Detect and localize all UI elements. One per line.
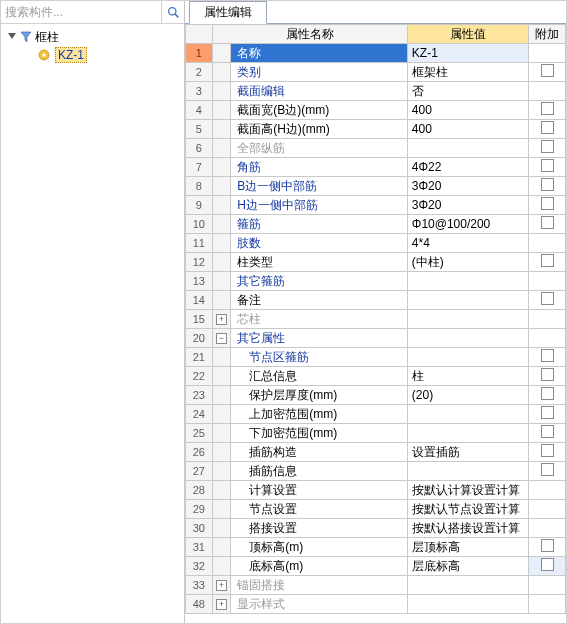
extra-cell[interactable]: [529, 405, 566, 424]
row-number[interactable]: 10: [186, 215, 213, 234]
row-number[interactable]: 31: [186, 538, 213, 557]
extra-cell[interactable]: [529, 158, 566, 177]
extra-cell[interactable]: [529, 348, 566, 367]
property-name[interactable]: 柱类型: [231, 253, 408, 272]
collapse-icon[interactable]: [7, 32, 17, 42]
extra-cell[interactable]: [529, 557, 566, 576]
extra-cell[interactable]: [529, 253, 566, 272]
property-name[interactable]: 底标高(m): [231, 557, 408, 576]
expand-toggle[interactable]: +: [212, 595, 230, 614]
property-grid[interactable]: 属性名称 属性值 附加 1名称KZ-12类别框架柱3截面编辑否4截面宽(B边)(…: [185, 24, 566, 623]
property-value[interactable]: (中柱): [407, 253, 528, 272]
property-name[interactable]: 名称: [231, 44, 408, 63]
property-name[interactable]: 插筋构造: [231, 443, 408, 462]
table-row[interactable]: 22汇总信息柱: [186, 367, 566, 386]
property-value[interactable]: KZ-1: [407, 44, 528, 63]
search-input[interactable]: [1, 2, 161, 22]
property-name[interactable]: 节点设置: [231, 500, 408, 519]
property-name[interactable]: H边一侧中部筋: [231, 196, 408, 215]
property-value[interactable]: [407, 424, 528, 443]
table-row[interactable]: 21节点区箍筋: [186, 348, 566, 367]
table-row[interactable]: 3截面编辑否: [186, 82, 566, 101]
property-value[interactable]: 否: [407, 82, 528, 101]
row-number[interactable]: 22: [186, 367, 213, 386]
table-row[interactable]: 27插筋信息: [186, 462, 566, 481]
extra-cell[interactable]: [529, 443, 566, 462]
property-value[interactable]: 3Φ20: [407, 177, 528, 196]
table-row[interactable]: 29节点设置按默认节点设置计算: [186, 500, 566, 519]
table-row[interactable]: 28计算设置按默认计算设置计算: [186, 481, 566, 500]
table-row[interactable]: 26插筋构造设置插筋: [186, 443, 566, 462]
tree-child-row[interactable]: KZ-1: [5, 46, 184, 64]
tree-root-row[interactable]: 框柱: [5, 28, 184, 46]
row-number[interactable]: 12: [186, 253, 213, 272]
property-value[interactable]: [407, 329, 528, 348]
table-row[interactable]: 14备注: [186, 291, 566, 310]
extra-cell[interactable]: [529, 215, 566, 234]
property-name[interactable]: 芯柱: [231, 310, 408, 329]
property-name[interactable]: 其它属性: [231, 329, 408, 348]
property-value[interactable]: 框架柱: [407, 63, 528, 82]
table-row[interactable]: 20−其它属性: [186, 329, 566, 348]
table-row[interactable]: 4截面宽(B边)(mm)400: [186, 101, 566, 120]
search-button[interactable]: [161, 1, 184, 23]
expand-toggle[interactable]: +: [212, 576, 230, 595]
extra-cell[interactable]: [529, 177, 566, 196]
table-row[interactable]: 13其它箍筋: [186, 272, 566, 291]
property-name[interactable]: 箍筋: [231, 215, 408, 234]
table-row[interactable]: 10箍筋Φ10@100/200: [186, 215, 566, 234]
row-number[interactable]: 9: [186, 196, 213, 215]
property-name[interactable]: 肢数: [231, 234, 408, 253]
property-name[interactable]: 全部纵筋: [231, 139, 408, 158]
property-value[interactable]: [407, 595, 528, 614]
row-number[interactable]: 33: [186, 576, 213, 595]
property-name[interactable]: 保护层厚度(mm): [231, 386, 408, 405]
table-row[interactable]: 32底标高(m)层底标高: [186, 557, 566, 576]
property-name[interactable]: 显示样式: [231, 595, 408, 614]
table-row[interactable]: 48+显示样式: [186, 595, 566, 614]
row-number[interactable]: 24: [186, 405, 213, 424]
table-row[interactable]: 24上加密范围(mm): [186, 405, 566, 424]
property-name[interactable]: 备注: [231, 291, 408, 310]
row-number[interactable]: 1: [186, 44, 213, 63]
row-number[interactable]: 27: [186, 462, 213, 481]
row-number[interactable]: 21: [186, 348, 213, 367]
property-name[interactable]: 搭接设置: [231, 519, 408, 538]
property-name[interactable]: 锚固搭接: [231, 576, 408, 595]
table-row[interactable]: 31顶标高(m)层顶标高: [186, 538, 566, 557]
property-name[interactable]: 上加密范围(mm): [231, 405, 408, 424]
extra-cell[interactable]: [529, 196, 566, 215]
row-number[interactable]: 26: [186, 443, 213, 462]
row-number[interactable]: 14: [186, 291, 213, 310]
row-number[interactable]: 7: [186, 158, 213, 177]
property-name[interactable]: 下加密范围(mm): [231, 424, 408, 443]
row-number[interactable]: 32: [186, 557, 213, 576]
header-extra[interactable]: 附加: [529, 25, 566, 44]
property-value[interactable]: 按默认搭接设置计算: [407, 519, 528, 538]
property-value[interactable]: 4*4: [407, 234, 528, 253]
extra-cell[interactable]: [529, 139, 566, 158]
property-value[interactable]: [407, 462, 528, 481]
table-row[interactable]: 9H边一侧中部筋3Φ20: [186, 196, 566, 215]
property-value[interactable]: [407, 348, 528, 367]
property-value[interactable]: [407, 139, 528, 158]
property-name[interactable]: 截面编辑: [231, 82, 408, 101]
property-name[interactable]: 其它箍筋: [231, 272, 408, 291]
extra-cell[interactable]: [529, 101, 566, 120]
table-row[interactable]: 8B边一侧中部筋3Φ20: [186, 177, 566, 196]
row-number[interactable]: 25: [186, 424, 213, 443]
table-row[interactable]: 12柱类型(中柱): [186, 253, 566, 272]
property-value[interactable]: 设置插筋: [407, 443, 528, 462]
property-name[interactable]: 类别: [231, 63, 408, 82]
table-row[interactable]: 23保护层厚度(mm)(20): [186, 386, 566, 405]
property-value[interactable]: 400: [407, 120, 528, 139]
expand-toggle[interactable]: +: [212, 310, 230, 329]
table-row[interactable]: 5截面高(H边)(mm)400: [186, 120, 566, 139]
property-name[interactable]: B边一侧中部筋: [231, 177, 408, 196]
table-row[interactable]: 25下加密范围(mm): [186, 424, 566, 443]
table-row[interactable]: 7角筋4Φ22: [186, 158, 566, 177]
property-name[interactable]: 节点区箍筋: [231, 348, 408, 367]
row-number[interactable]: 8: [186, 177, 213, 196]
property-name[interactable]: 汇总信息: [231, 367, 408, 386]
component-tree[interactable]: 框柱 KZ-1: [1, 24, 184, 623]
